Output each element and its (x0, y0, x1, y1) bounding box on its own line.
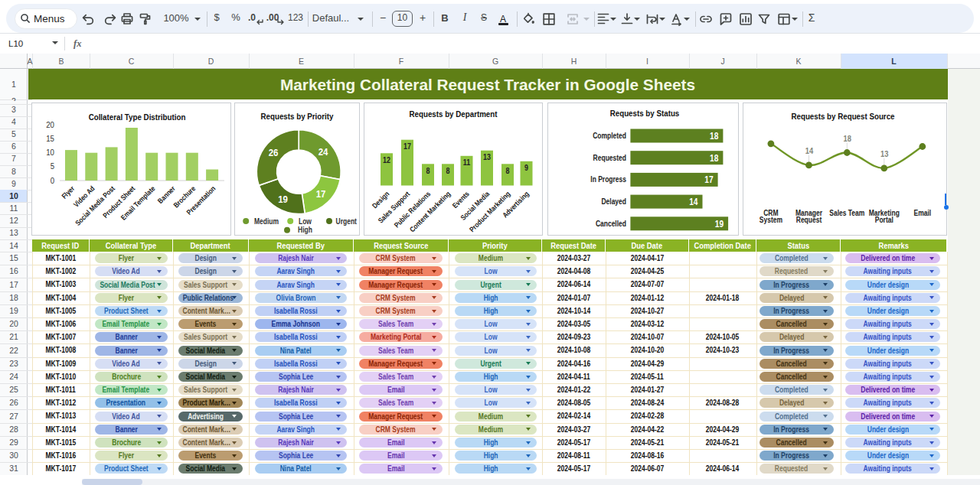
svg-text:9: 9 (524, 163, 528, 172)
svg-text:19: 19 (278, 193, 288, 204)
svg-text:Delayed: Delayed (601, 197, 626, 206)
svg-text:5: 5 (51, 162, 55, 171)
svg-text:10: 10 (46, 148, 54, 156)
svg-text:11: 11 (463, 158, 471, 167)
svg-text:18: 18 (710, 152, 718, 162)
svg-text:13: 13 (880, 149, 889, 158)
svg-text:Urgent: Urgent (336, 216, 357, 225)
svg-text:High: High (298, 226, 312, 234)
svg-text:Requests by Department: Requests by Department (410, 109, 498, 119)
svg-text:8: 8 (426, 166, 430, 175)
svg-text:Medium: Medium (254, 216, 279, 225)
svg-text:15: 15 (46, 134, 54, 142)
svg-text:18: 18 (844, 133, 852, 142)
svg-text:8: 8 (506, 166, 510, 175)
svg-text:Low: Low (299, 216, 312, 225)
svg-text:20: 20 (46, 120, 54, 129)
svg-text:Cancelled: Cancelled (596, 220, 626, 228)
svg-text:System: System (760, 216, 782, 224)
svg-text:Requests by Status: Requests by Status (610, 108, 680, 118)
svg-text:17: 17 (403, 142, 411, 151)
svg-text:Completed: Completed (593, 132, 626, 140)
svg-text:14: 14 (805, 146, 814, 155)
svg-text:12: 12 (383, 155, 390, 164)
svg-text:8: 8 (446, 166, 450, 175)
svg-text:Collateral Type Distribution: Collateral Type Distribution (89, 112, 186, 122)
svg-text:13: 13 (483, 152, 491, 161)
svg-text:Email: Email (913, 209, 931, 217)
svg-text:14: 14 (689, 197, 698, 207)
svg-text:Sales Team: Sales Team (829, 209, 864, 217)
svg-text:Portal: Portal (875, 216, 893, 224)
svg-text:17: 17 (316, 188, 326, 200)
svg-text:Request: Request (796, 216, 822, 224)
svg-text:In Progress: In Progress (590, 175, 626, 184)
svg-text:19: 19 (715, 219, 724, 229)
svg-text:Flyer: Flyer (60, 184, 77, 200)
svg-text:24: 24 (318, 146, 328, 158)
svg-text:Requested: Requested (593, 154, 627, 162)
svg-text:17: 17 (704, 174, 713, 184)
svg-text:Requests by Priority: Requests by Priority (261, 111, 334, 121)
svg-text:26: 26 (269, 147, 279, 158)
svg-text:Requests by Request Source: Requests by Request Source (791, 111, 894, 121)
svg-text:0: 0 (51, 176, 55, 184)
svg-text:18: 18 (710, 131, 718, 141)
